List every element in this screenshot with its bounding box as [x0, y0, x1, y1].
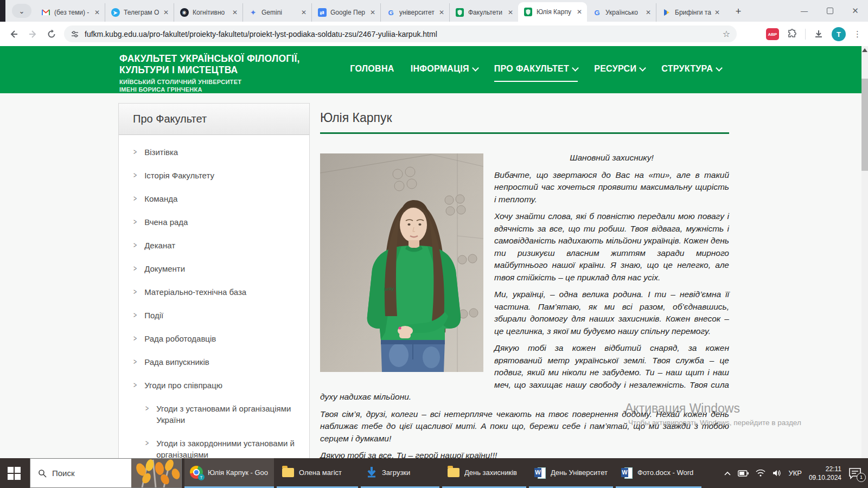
taskbar-folder-window[interactable]: День захисників [442, 458, 526, 488]
volume-icon[interactable] [773, 470, 781, 477]
google-translate-icon: ⇄ [317, 8, 327, 17]
browser-tab[interactable]: ✳ Когнітивно ✕ [174, 3, 242, 22]
adblock-extension-icon[interactable]: ABP [766, 28, 779, 40]
taskbar-word-window[interactable]: W Фото.docx - Word ... [616, 458, 701, 488]
close-tab-icon[interactable]: ✕ [162, 9, 170, 16]
browser-tab[interactable]: (без теми) - ✕ [36, 3, 105, 22]
chevron-right-icon: > [133, 379, 137, 391]
action-center-icon[interactable]: 1 [848, 467, 863, 479]
wifi-icon[interactable] [756, 470, 765, 477]
battery-icon[interactable] [738, 470, 749, 477]
tab-list-chevron-icon[interactable]: ⌄ [12, 4, 31, 18]
bookmark-star-icon[interactable]: ☆ [723, 29, 730, 39]
chevron-right-icon: > [133, 216, 137, 228]
forward-button[interactable] [26, 27, 40, 41]
sidebar-item[interactable]: >Візитівка [119, 140, 309, 164]
browser-tab[interactable]: G Українсько ✕ [587, 3, 656, 22]
sidebar-item[interactable]: >Деканат [119, 234, 309, 257]
sidebar-item[interactable]: >Вчена рада [119, 210, 309, 234]
telegram-icon: ➤ [111, 8, 120, 17]
taskbar-folder-window[interactable]: Олена магіст [277, 458, 358, 488]
close-tab-icon[interactable]: ✕ [437, 9, 446, 16]
new-tab-button[interactable]: + [731, 4, 745, 18]
close-window-button[interactable]: ✕ [843, 0, 868, 22]
sidebar-item[interactable]: >Матеріально-технічна база [119, 280, 309, 304]
sidebar-subitem[interactable]: >Угоди з установами й організаціями Укра… [119, 397, 309, 432]
notification-badge: 1 [857, 473, 866, 482]
scrollbar-thumb[interactable] [861, 79, 868, 171]
chevron-down-icon [639, 65, 646, 72]
close-tab-icon[interactable]: ✕ [713, 9, 722, 16]
folder-icon [448, 468, 459, 477]
tray-chevron-up-icon[interactable] [724, 471, 731, 476]
maximize-button[interactable] [817, 0, 843, 22]
reload-button[interactable] [44, 27, 59, 41]
downloads-icon[interactable] [813, 29, 824, 40]
extensions-puzzle-icon[interactable] [787, 29, 797, 40]
nav-structure[interactable]: СТРУКТУРА [661, 64, 722, 74]
minimize-button[interactable]: — [792, 0, 817, 22]
nav-information[interactable]: ІНФОРМАЦІЯ [411, 64, 478, 74]
title-underline [320, 132, 729, 134]
browser-tab[interactable]: ✦ Gemini ✕ [242, 3, 311, 22]
browser-tab[interactable]: G університет ✕ [380, 3, 449, 22]
browser-menu-icon[interactable]: ⋮ [853, 29, 861, 39]
chevron-right-icon: > [133, 309, 137, 321]
chevron-right-icon: > [133, 332, 137, 344]
profile-avatar[interactable]: T [832, 27, 846, 41]
search-highlight-leaves-image[interactable] [131, 459, 181, 487]
page-scrollbar[interactable] [861, 46, 868, 458]
chevron-right-icon: > [133, 192, 137, 204]
chevron-down-icon [716, 65, 723, 72]
taskbar-word-window[interactable]: W День Університету... [529, 458, 613, 488]
url-text[interactable]: fufkm.kubg.edu.ua/pro-fakultet/proiekty-… [85, 30, 723, 38]
close-tab-icon[interactable]: ✕ [575, 8, 584, 16]
browser-tab[interactable]: ➤ Телеграм О ✕ [105, 3, 174, 22]
search-icon [38, 469, 47, 478]
taskbar-search[interactable]: Поиск [30, 458, 182, 488]
nav-home[interactable]: ГОЛОВНА [350, 64, 394, 74]
browser-tab-active[interactable]: Юлія Карпу ✕ [518, 2, 587, 22]
taskbar-clock[interactable]: 22:11 09.10.2024 [809, 465, 841, 482]
sidebar-item[interactable]: >Історія Факультету [119, 164, 309, 187]
chevron-right-icon: > [133, 239, 137, 251]
gmail-icon [41, 8, 50, 17]
close-tab-icon[interactable]: ✕ [93, 9, 101, 16]
site-header: ФАКУЛЬТЕТ УКРАЇНСЬКОЇ ФІЛОЛОГІЇ, КУЛЬТУР… [0, 46, 861, 93]
browser-tab-strip: ⌄ (без теми) - ✕ ➤ Телеграм О ✕ ✳ Когніт… [0, 0, 868, 22]
browser-toolbar: fufkm.kubg.edu.ua/pro-fakultet/proiekty-… [0, 22, 868, 46]
close-tab-icon[interactable]: ✕ [231, 9, 239, 16]
page-title: Юлія Карпук [320, 111, 729, 125]
browser-tab[interactable]: ⇄ Google Пер ✕ [311, 3, 380, 22]
chevron-right-icon: > [145, 402, 149, 426]
back-button[interactable] [7, 27, 21, 41]
sidebar-item[interactable]: >Документи [119, 257, 309, 280]
address-bar[interactable]: fufkm.kubg.edu.ua/pro-fakultet/proiekty-… [64, 25, 737, 42]
site-settings-icon[interactable] [71, 30, 79, 38]
close-tab-icon[interactable]: ✕ [368, 9, 377, 16]
sidebar-item[interactable]: >Команда [119, 187, 309, 210]
sidebar-item[interactable]: >Рада роботодавців [119, 327, 309, 350]
nav-about-faculty[interactable]: ПРО ФАКУЛЬТЕТ [494, 64, 578, 74]
close-tab-icon[interactable]: ✕ [506, 9, 515, 16]
sidebar-item[interactable]: >Угоди про співпрацю [119, 374, 309, 397]
search-placeholder: Поиск [52, 468, 131, 478]
about-faculty-sidebar: Про Факультет >Візитівка >Історія Факуль… [118, 103, 310, 483]
start-button[interactable] [8, 467, 21, 480]
window-edge [0, 0, 5, 22]
chevron-right-icon: > [133, 169, 137, 181]
taskbar-downloads-window[interactable]: Загрузки [361, 458, 439, 488]
browser-tab[interactable]: Факультети ✕ [449, 3, 518, 22]
keyboard-language[interactable]: УКР [788, 469, 802, 477]
faculty-brand[interactable]: ФАКУЛЬТЕТ УКРАЇНСЬКОЇ ФІЛОЛОГІЇ, КУЛЬТУР… [119, 53, 300, 93]
nav-resources[interactable]: РЕСУРСИ [594, 64, 645, 74]
close-tab-icon[interactable]: ✕ [644, 9, 653, 16]
sidebar-title: Про Факультет [119, 104, 309, 135]
browser-tab[interactable]: Брифінги та ✕ [656, 3, 725, 22]
sidebar-item[interactable]: >Події [119, 304, 309, 327]
taskbar-chrome-window[interactable]: T Юлія Карпук - Goo... [184, 458, 274, 488]
close-tab-icon[interactable]: ✕ [299, 9, 308, 16]
briefing-icon [662, 8, 671, 17]
sidebar-item[interactable]: >Рада випускників [119, 350, 309, 374]
scroll-up-arrow-icon[interactable] [862, 48, 867, 52]
